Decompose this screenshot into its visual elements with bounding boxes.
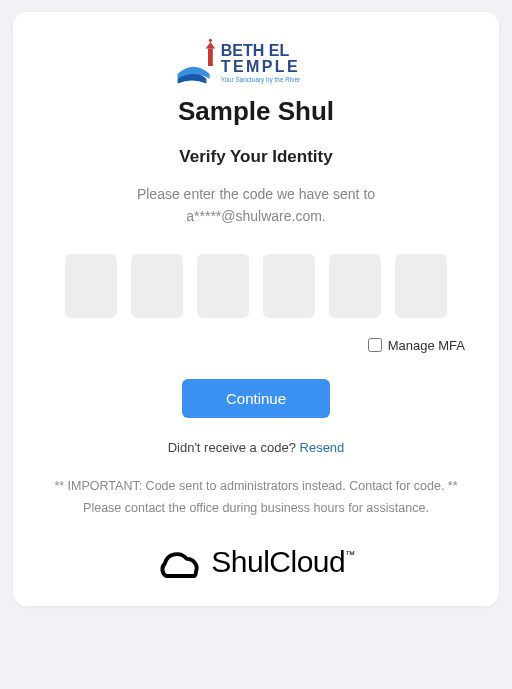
code-digit-2[interactable] xyxy=(131,254,183,318)
resend-link[interactable]: Resend xyxy=(300,440,345,455)
resend-prompt: Didn't receive a code? xyxy=(168,440,296,455)
admin-notice: ** IMPORTANT: Code sent to administrator… xyxy=(41,475,471,520)
continue-button[interactable]: Continue xyxy=(182,379,330,418)
cloud-icon xyxy=(157,542,207,582)
code-digit-4[interactable] xyxy=(263,254,315,318)
resend-row: Didn't receive a code? Resend xyxy=(41,440,471,455)
footer-brand-text: ShulCloud™ xyxy=(211,545,354,579)
beth-el-temple-logo-icon: BETH EL TEMPLE Your Sanctuary by the Riv… xyxy=(176,34,336,90)
trademark-symbol: ™ xyxy=(345,549,355,560)
svg-point-2 xyxy=(209,39,212,42)
instruction-text: Please enter the code we have sent to a*… xyxy=(41,183,471,228)
org-logo: BETH EL TEMPLE Your Sanctuary by the Riv… xyxy=(41,34,471,90)
mfa-card: BETH EL TEMPLE Your Sanctuary by the Riv… xyxy=(13,12,499,606)
manage-mfa-label[interactable]: Manage MFA xyxy=(388,338,465,353)
verify-title: Verify Your Identity xyxy=(41,147,471,167)
code-digit-1[interactable] xyxy=(65,254,117,318)
svg-text:TEMPLE: TEMPLE xyxy=(221,58,300,75)
org-name: Sample Shul xyxy=(41,96,471,127)
svg-rect-0 xyxy=(208,48,213,66)
manage-mfa-checkbox[interactable] xyxy=(368,338,382,352)
instruction-line2: a*****@shulware.com. xyxy=(186,208,326,224)
svg-marker-1 xyxy=(206,42,216,48)
code-input-group xyxy=(41,254,471,318)
footer-logo: ShulCloud™ xyxy=(41,542,471,582)
instruction-line1: Please enter the code we have sent to xyxy=(137,186,375,202)
svg-text:Your Sanctuary by the River: Your Sanctuary by the River xyxy=(221,76,301,84)
manage-mfa-row: Manage MFA xyxy=(41,338,471,353)
code-digit-5[interactable] xyxy=(329,254,381,318)
footer-brand-name: ShulCloud xyxy=(211,545,345,578)
svg-text:BETH EL: BETH EL xyxy=(221,42,290,59)
code-digit-6[interactable] xyxy=(395,254,447,318)
code-digit-3[interactable] xyxy=(197,254,249,318)
